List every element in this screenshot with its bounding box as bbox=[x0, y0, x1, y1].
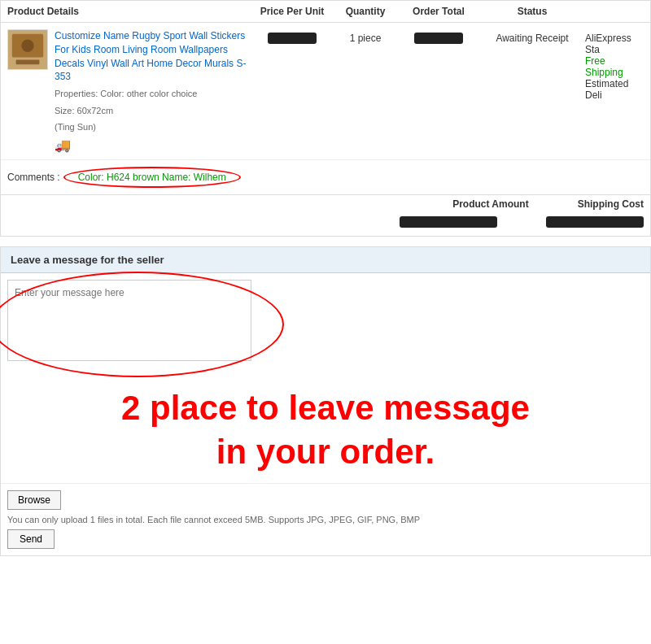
browse-button[interactable]: Browse bbox=[7, 490, 61, 510]
total-redacted bbox=[414, 33, 463, 44]
browse-section: Browse You can only upload 1 files in to… bbox=[1, 483, 650, 555]
svg-rect-3 bbox=[16, 59, 40, 64]
upload-info: You can only upload 1 files in total. Ea… bbox=[7, 515, 644, 524]
free-shipping-label: Free Shipping bbox=[585, 55, 644, 78]
message-section-header: Leave a message for the seller bbox=[1, 247, 650, 273]
comments-value: Color: H624 brown Name: Wilhem bbox=[78, 172, 226, 183]
total-cell bbox=[398, 29, 479, 46]
comments-label: Comments : bbox=[7, 172, 60, 183]
shipping-cost-value bbox=[546, 216, 644, 228]
product-color: Properties: Color: other color choice bbox=[55, 87, 251, 101]
comments-row: Comments : Color: H624 brown Name: Wilhe… bbox=[1, 160, 650, 195]
truck-icon: 🚚 bbox=[55, 137, 71, 153]
message-section: Leave a message for the seller 2 place t… bbox=[0, 246, 651, 556]
aliexpress-status: AliExpress Sta bbox=[585, 33, 644, 55]
price-redacted bbox=[268, 33, 317, 44]
header-total: Order Total bbox=[398, 6, 479, 17]
header-price: Price Per Unit bbox=[251, 6, 333, 17]
product-amount-label: Product Amount bbox=[452, 198, 529, 210]
table-row: Customize Name Rugby Sport Wall Stickers… bbox=[1, 23, 650, 160]
header-qty: Quantity bbox=[333, 6, 398, 17]
totals-values-row bbox=[1, 213, 650, 236]
table-header: Product Details Price Per Unit Quantity … bbox=[1, 1, 650, 23]
send-button[interactable]: Send bbox=[7, 529, 55, 549]
annotation-line1: 2 place to leave message bbox=[1, 386, 650, 431]
status-cell: Awaiting Receipt bbox=[479, 29, 585, 44]
header-aliexpress bbox=[585, 6, 644, 17]
order-table: Product Details Price Per Unit Quantity … bbox=[0, 0, 651, 237]
totals-header-row: Product Amount Shipping Cost bbox=[1, 195, 650, 213]
product-link[interactable]: Customize Name Rugby Sport Wall Stickers… bbox=[55, 29, 251, 84]
message-input-wrapper bbox=[7, 280, 251, 363]
product-thumbnail bbox=[7, 29, 48, 70]
annotation-text: 2 place to leave message in your order. bbox=[1, 370, 650, 483]
header-status: Status bbox=[479, 6, 585, 17]
thumbnail-image bbox=[8, 30, 47, 69]
message-body bbox=[1, 273, 650, 370]
message-textarea[interactable] bbox=[7, 280, 251, 361]
svg-point-2 bbox=[21, 40, 33, 52]
product-seller: (Ting Sun) bbox=[55, 120, 251, 134]
price-cell bbox=[251, 29, 333, 46]
product-cell: Customize Name Rugby Sport Wall Stickers… bbox=[7, 29, 251, 153]
annotation-line2: in your order. bbox=[1, 430, 650, 475]
shipping-cost-label: Shipping Cost bbox=[578, 198, 644, 210]
product-size: Size: 60x72cm bbox=[55, 104, 251, 118]
quantity-cell: 1 piece bbox=[333, 29, 398, 44]
product-amount-value bbox=[400, 216, 497, 228]
header-product: Product Details bbox=[7, 6, 251, 17]
product-info: Customize Name Rugby Sport Wall Stickers… bbox=[55, 29, 251, 153]
estimated-delivery: Estimated Deli bbox=[585, 78, 644, 101]
comments-oval: Color: H624 brown Name: Wilhem bbox=[63, 167, 241, 188]
aliexpress-cell: AliExpress Sta Free Shipping Estimated D… bbox=[585, 29, 644, 101]
